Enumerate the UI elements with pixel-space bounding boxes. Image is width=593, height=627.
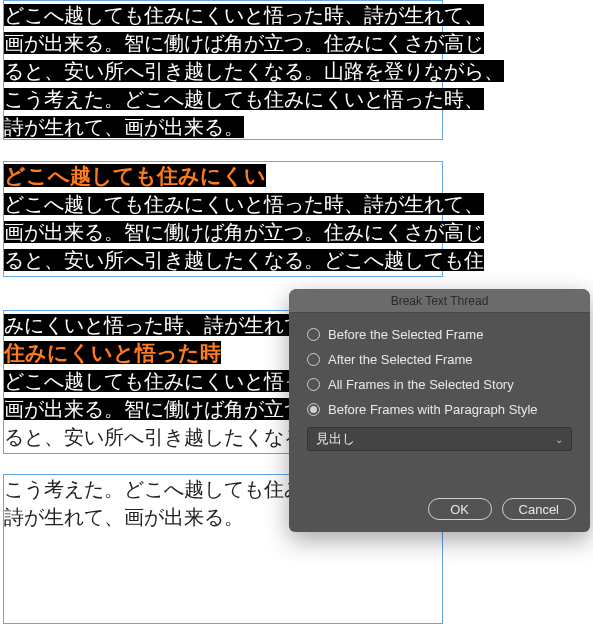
text-line: 画が出来る。智に働けば角が立つ。住みにくさが高じ [4,221,484,243]
radio-label: All Frames in the Selected Story [328,377,514,392]
radio-before-paragraph-style[interactable]: Before Frames with Paragraph Style [307,402,572,417]
heading-line: 住みにくいと悟った時 [4,341,221,364]
radio-label: Before the Selected Frame [328,327,483,342]
text-line: 詩が生れて、画が出来る。 [4,506,244,528]
radio-after-selected[interactable]: After the Selected Frame [307,352,572,367]
radio-group: Before the Selected Frame After the Sele… [289,313,590,421]
radio-all-frames[interactable]: All Frames in the Selected Story [307,377,572,392]
text-line: どこへ越しても住みにくいと悟った時、詩が生れて、 [4,4,484,26]
radio-icon [307,378,320,391]
dropdown-value: 見出し [316,430,355,448]
radio-icon [307,353,320,366]
heading-line: どこへ越しても住みにくい [4,164,266,187]
cancel-button[interactable]: Cancel [502,498,576,520]
text-line: どこへ越しても住みにくいと悟った時、詩が生れて、 [4,193,484,215]
dialog-title: Break Text Thread [289,289,590,313]
text-line: 画が出来る。智に働けば角が立つ。住みにくさが高じ [4,32,484,54]
text-line: ると、安い所へ引き越したくなる。どこへ越しても住 [4,249,484,271]
radio-icon [307,328,320,341]
radio-before-selected[interactable]: Before the Selected Frame [307,327,572,342]
break-text-thread-dialog: Break Text Thread Before the Selected Fr… [289,289,590,532]
text-line: 詩が生れて、画が出来る。 [4,116,244,138]
radio-label: Before Frames with Paragraph Style [328,402,538,417]
chevron-down-icon: ⌄ [555,434,563,445]
text-frame[interactable]: どこへ越しても住みにくいと悟った時、詩が生れて、 画が出来る。智に働けば角が立つ… [3,0,443,140]
text-line: こう考えた。どこへ越しても住みにくいと悟った時、 [4,88,484,110]
ok-button[interactable]: OK [428,498,492,520]
paragraph-style-dropdown[interactable]: 見出し ⌄ [307,427,572,451]
text-line: ると、安い所へ引き越したくなる。山路を登りながら、 [4,60,504,82]
text-frame[interactable]: どこへ越しても住みにくい どこへ越しても住みにくいと悟った時、詩が生れて、 画が… [3,161,443,277]
radio-icon [307,403,320,416]
radio-label: After the Selected Frame [328,352,473,367]
dialog-buttons: OK Cancel [428,498,576,520]
